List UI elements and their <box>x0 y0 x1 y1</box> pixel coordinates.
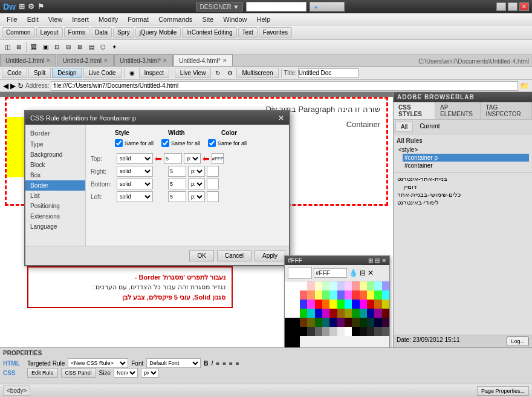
color-cell[interactable] <box>360 290 367 300</box>
color-cell[interactable] <box>315 281 322 290</box>
code-btn[interactable]: Code <box>2 68 27 78</box>
color-same-all[interactable]: Same for all <box>208 139 247 147</box>
color-cell[interactable] <box>322 327 329 336</box>
toolbar-text[interactable]: Text <box>238 27 258 38</box>
color-cell[interactable] <box>352 327 359 336</box>
cat-background[interactable]: Background <box>25 149 85 160</box>
bold-btn[interactable]: B <box>204 360 208 367</box>
cat-language[interactable]: Language <box>25 221 85 232</box>
italic-btn[interactable]: I <box>212 360 213 367</box>
left-style-select[interactable]: solid <box>117 191 153 202</box>
color-options-icon[interactable]: ⊟ <box>360 269 366 277</box>
tree-item-2[interactable]: דומיין <box>401 183 530 191</box>
multiscreen-btn[interactable]: Multiscreen <box>236 68 278 78</box>
left-unit-select[interactable]: px <box>188 191 205 202</box>
file-tab-4-close[interactable]: ✕ <box>222 57 227 64</box>
top-style-select[interactable]: solid <box>117 153 153 164</box>
color-cell[interactable] <box>360 327 367 336</box>
color-cell[interactable] <box>315 327 322 336</box>
title-input[interactable] <box>298 68 358 78</box>
top-unit-select[interactable]: px <box>184 153 201 164</box>
tree-item-1[interactable]: בניית-אתר-אינטרנט <box>395 175 530 183</box>
color-cell[interactable] <box>337 281 345 290</box>
bottom-color-swatch[interactable] <box>207 179 219 189</box>
cat-border[interactable]: Border <box>25 180 85 191</box>
color-cell[interactable] <box>307 300 314 309</box>
color-cell[interactable] <box>300 309 307 318</box>
refresh-icon[interactable]: ↻ <box>212 68 223 79</box>
color-cell[interactable] <box>322 300 329 309</box>
color-cell[interactable] <box>300 281 307 290</box>
bottom-unit-select[interactable]: px <box>188 179 205 189</box>
toolbar-forms[interactable]: Forms <box>64 27 89 38</box>
right-width-input[interactable] <box>168 166 186 177</box>
icon-2[interactable]: ▣ <box>40 42 51 53</box>
cat-box[interactable]: Box <box>25 170 85 180</box>
body-tag[interactable]: <body> <box>3 386 30 396</box>
color-cell[interactable] <box>329 327 337 336</box>
maximize-button[interactable]: □ <box>508 2 517 11</box>
color-cell[interactable] <box>352 309 359 318</box>
color-cell[interactable] <box>360 281 367 290</box>
color-cell[interactable] <box>315 300 322 309</box>
color-cell[interactable] <box>367 281 374 290</box>
width-same-all[interactable]: Same for all <box>161 139 200 147</box>
cat-block[interactable]: Block <box>25 160 85 170</box>
color-cell[interactable] <box>307 327 314 336</box>
color-cell[interactable] <box>337 300 345 309</box>
cat-type[interactable]: Type <box>25 139 85 149</box>
width-same-checkbox[interactable] <box>161 139 169 147</box>
white-swatch[interactable] <box>285 281 300 318</box>
menu-window[interactable]: Window <box>218 15 251 24</box>
color-cell[interactable] <box>300 300 307 309</box>
toolbar-common[interactable]: Common <box>2 27 35 38</box>
color-cell[interactable] <box>329 290 337 300</box>
live-code-btn[interactable]: Live Code <box>83 68 122 78</box>
bottom-style-select[interactable]: solid <box>117 179 153 189</box>
color-cell[interactable] <box>315 309 322 318</box>
rule-container-p[interactable]: #container p <box>403 154 529 162</box>
menu-view[interactable]: View <box>44 15 68 24</box>
file-tab-4[interactable]: Untitled-4.html* ✕ <box>174 54 232 66</box>
color-cell[interactable] <box>307 281 314 290</box>
color-cell[interactable] <box>322 318 329 327</box>
color-cell[interactable] <box>374 290 381 300</box>
color-cell[interactable] <box>352 281 359 290</box>
search-input[interactable] <box>246 2 307 11</box>
size-unit-select[interactable]: px <box>141 368 159 378</box>
settings-icon[interactable]: ⚙ <box>224 68 235 79</box>
close-button[interactable]: ✕ <box>519 2 529 11</box>
current-tab[interactable]: Current <box>415 122 444 132</box>
cancel-button[interactable]: Cancel <box>217 250 251 261</box>
toolbar-jquery[interactable]: jQuery Mobile <box>135 27 181 38</box>
inspect-icon-btn[interactable]: ◉ <box>127 68 138 79</box>
nav-back[interactable]: ◀ <box>3 82 8 90</box>
color-cell[interactable] <box>337 327 345 336</box>
minimize-button[interactable]: – <box>496 2 506 11</box>
color-cell[interactable] <box>329 318 337 327</box>
right-color-swatch[interactable] <box>207 166 219 177</box>
align-justify-icon[interactable]: ≡ <box>236 360 239 367</box>
color-cell[interactable] <box>360 318 367 327</box>
align-right-icon[interactable]: ≡ <box>229 360 233 367</box>
tab-ap-elements[interactable]: AP ELEMENTS <box>435 102 481 119</box>
icon-7[interactable]: ⬡ <box>97 42 108 53</box>
file-tab-1[interactable]: Untitled-1.html ✕ <box>0 54 56 66</box>
toolbar-layout[interactable]: Layout <box>36 27 63 38</box>
cs-live-button[interactable]: ● CS Live <box>310 2 345 11</box>
align-left-icon[interactable]: ≡ <box>216 360 219 367</box>
ok-button[interactable]: OK <box>189 250 213 261</box>
icon-4[interactable]: ⊟ <box>63 42 74 53</box>
nav-forward[interactable]: ▶ <box>10 82 16 90</box>
color-cell[interactable] <box>322 309 329 318</box>
standard-btn[interactable]: ◫ <box>2 42 13 53</box>
color-cell[interactable] <box>315 290 322 300</box>
apply-button[interactable]: Apply <box>255 250 285 261</box>
color-cell[interactable] <box>382 281 389 290</box>
bottom-width-input[interactable] <box>168 179 186 189</box>
menu-file[interactable]: File <box>2 15 22 24</box>
color-cell[interactable] <box>382 327 389 336</box>
log-button[interactable]: Log... <box>507 336 529 346</box>
cat-positioning[interactable]: Positioning <box>25 201 85 211</box>
color-cell[interactable] <box>300 318 307 327</box>
